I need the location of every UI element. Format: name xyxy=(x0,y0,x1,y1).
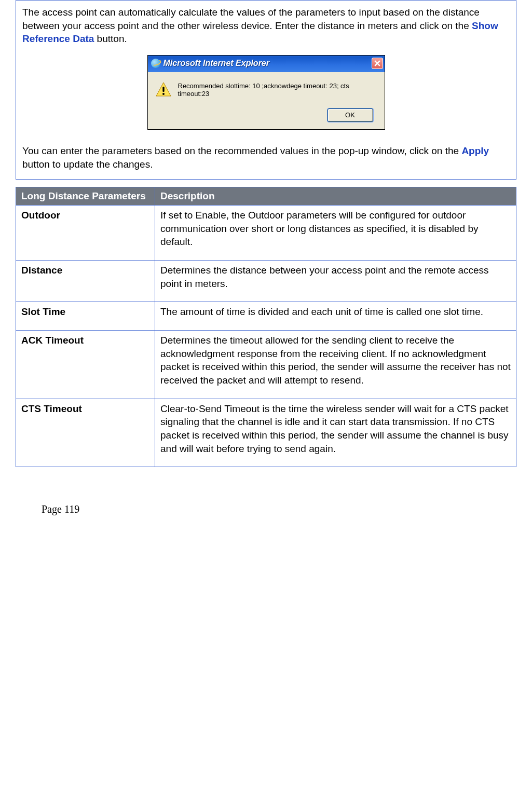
table-row: Slot Time The amount of time is divided … xyxy=(16,302,516,331)
param-desc: If set to Enable, the Outdoor parameters… xyxy=(155,206,516,261)
table-row: Distance Determines the distance between… xyxy=(16,261,516,302)
svg-point-2 xyxy=(162,93,165,95)
param-name: Distance xyxy=(16,261,155,302)
intro-paragraph-2: You can enter the parameters based on th… xyxy=(22,144,510,171)
parameters-table: Long Distance Parameters Description Out… xyxy=(16,187,516,467)
table-row: CTS Timeout Clear-to-Send Timeout is the… xyxy=(16,399,516,467)
win-message: Recommended slottime: 10 ;acknowdege tim… xyxy=(178,82,377,98)
intro-paragraph-1: The access point can automatically calcu… xyxy=(22,6,510,46)
table-row: Outdoor If set to Enable, the Outdoor pa… xyxy=(16,206,516,261)
intro-box: The access point can automatically calcu… xyxy=(16,0,516,180)
param-name: CTS Timeout xyxy=(16,399,155,467)
param-desc: The amount of time is divided and each u… xyxy=(155,302,516,331)
ok-button[interactable]: OK xyxy=(328,108,373,122)
win-message-row: Recommended slottime: 10 ;acknowdege tim… xyxy=(155,81,377,98)
win-body: Recommended slottime: 10 ;acknowdege tim… xyxy=(148,72,385,129)
param-name: Slot Time xyxy=(16,302,155,331)
param-desc: Clear-to-Send Timeout is the time the wi… xyxy=(155,399,516,467)
intro-text-2b: button to update the changes. xyxy=(22,159,153,170)
page: The access point can automatically calcu… xyxy=(0,0,532,536)
page-number: Page 119 xyxy=(42,503,516,515)
header-parameter: Long Distance Parameters xyxy=(16,187,155,206)
win-dialog: Microsoft Internet Explorer Recommended … xyxy=(147,55,385,130)
param-name: Outdoor xyxy=(16,206,155,261)
svg-rect-1 xyxy=(162,87,164,92)
win-titlebar-left: Microsoft Internet Explorer xyxy=(151,59,269,68)
param-desc: Determines the timeout allowed for the s… xyxy=(155,331,516,399)
intro-text-1b: button. xyxy=(94,33,127,44)
warning-icon xyxy=(155,81,172,98)
intro-text-2a: You can enter the parameters based on th… xyxy=(22,145,461,156)
close-icon xyxy=(374,60,380,66)
apply-label: Apply xyxy=(461,145,489,156)
table-header-row: Long Distance Parameters Description xyxy=(16,187,516,206)
win-title: Microsoft Internet Explorer xyxy=(163,59,269,68)
dialog-screenshot: Microsoft Internet Explorer Recommended … xyxy=(22,55,510,130)
win-ok-row: OK xyxy=(155,108,377,122)
param-desc: Determines the distance between your acc… xyxy=(155,261,516,302)
header-description: Description xyxy=(155,187,516,206)
intro-text-1a: The access point can automatically calcu… xyxy=(22,7,480,31)
ie-icon xyxy=(151,59,160,68)
close-button[interactable] xyxy=(372,58,383,69)
win-titlebar: Microsoft Internet Explorer xyxy=(148,56,385,72)
table-row: ACK Timeout Determines the timeout allow… xyxy=(16,331,516,399)
param-name: ACK Timeout xyxy=(16,331,155,399)
